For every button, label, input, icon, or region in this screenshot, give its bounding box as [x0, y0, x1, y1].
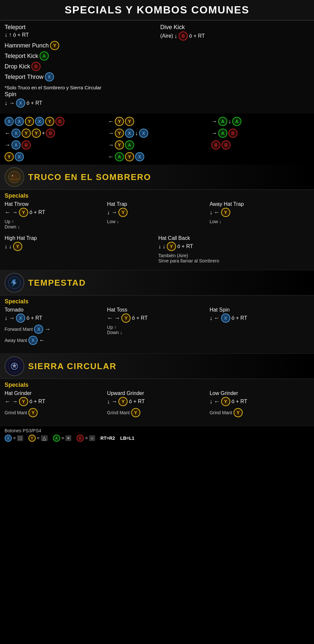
- sierra-moves-grid: Hat Grinder ← → Y ó + RT Grind Mant Y Up…: [5, 390, 309, 422]
- spin-inputs: ↓ → X ó + RT: [5, 98, 309, 108]
- btn-x: X: [11, 129, 21, 138]
- hat-throw-down: Down ↓: [5, 224, 104, 229]
- spin-arr1: ↓: [5, 100, 8, 107]
- tornado-fwd: Forward Mant X →: [5, 325, 104, 334]
- btn-b: B: [211, 140, 220, 150]
- btn-x: X: [5, 117, 14, 126]
- hat-toss-inputs: ← → Y ó + RT: [107, 313, 207, 323]
- page-header: SPECIALS Y KOMBOS COMUNES: [0, 0, 314, 21]
- btn-y: Y: [125, 117, 134, 126]
- btn-y: Y: [13, 242, 22, 251]
- btn-x: X: [139, 129, 148, 138]
- btn-y: Y: [234, 408, 243, 417]
- btn-b: B: [221, 140, 231, 150]
- hat-specials-label: Specials: [5, 192, 309, 199]
- btn-x: X: [35, 117, 44, 126]
- btn-b: B: [228, 129, 237, 138]
- btn-y: Y: [121, 313, 131, 323]
- sierra-body: Specials Hat Grinder ← → Y ó + RT Grind …: [0, 379, 314, 426]
- dive-kick-aire: (Aire): [160, 33, 173, 39]
- btn-y: Y: [221, 208, 230, 217]
- dk-arrow-down: ↓: [174, 33, 177, 40]
- sierra-circular-section: SIERRA CIRCULAR Specials Hat Grinder ← →…: [0, 354, 314, 426]
- btn-a: A: [218, 129, 227, 138]
- special-note: *Solo Truco en el Sombrero y Sierra Circ…: [5, 85, 309, 90]
- dk-or: ó + RT: [189, 33, 205, 39]
- dive-kick-move: Dive Kick (Aire) ↓ B ó + RT: [160, 24, 309, 41]
- upward-grinder-name: Upward Grinder: [107, 390, 207, 396]
- hat-call-back-inputs: ↓ ↓ Y ó + RT: [158, 242, 309, 251]
- arrow-down: ↓: [5, 31, 8, 38]
- away-hat-trap-block: Away Hat Trap ↓ ← Y Low ↓: [210, 201, 309, 229]
- btn-x-spin: X: [16, 98, 25, 108]
- hat-spin-inputs: ↓ ← X ó + RT: [210, 313, 309, 323]
- high-hat-trap-block: High Hat Trap ↓ ↓ Y: [5, 235, 156, 263]
- combo-row: X X Y X Y B: [5, 117, 103, 126]
- legend-y: Y = △: [28, 435, 48, 442]
- btn-y: Y: [221, 397, 230, 406]
- teleport-throw-row: Teleport Throw X: [5, 72, 154, 81]
- hat-call-back-block: Hat Call Back ↓ ↓ Y ó + RT También (Aire…: [158, 235, 309, 263]
- temp-specials-label: Specials: [5, 298, 309, 305]
- btn-x: X: [125, 129, 134, 138]
- dive-kick-inputs: (Aire) ↓ B ó + RT: [160, 31, 309, 41]
- btn-y: Y: [22, 129, 31, 138]
- hat-trap-inputs: ↓ → Y: [107, 208, 207, 217]
- spin-arr2: →: [9, 100, 15, 107]
- hat-toss-down: Down ↓: [107, 330, 207, 335]
- btn-y-hammer: Y: [50, 41, 59, 50]
- btn-x: X: [16, 313, 25, 323]
- combo-col-2: ← Y Y → Y X ↓ X → Y A: [108, 117, 206, 161]
- hat-trick-section: TRUCO EN EL SOMBRERO Specials Hat Throw …: [0, 165, 314, 270]
- upward-grinder-inputs: ↓ → Y ó + RT: [107, 397, 207, 406]
- btn-x: X: [15, 152, 24, 161]
- hat-trick-header: TRUCO EN EL SOMBRERO: [0, 165, 314, 190]
- legend-rt: RT=R2: [100, 436, 115, 441]
- hat-call-desc: Sirve para llamar al Sombrero: [158, 258, 309, 263]
- svg-point-3: [12, 175, 13, 176]
- btn-y: Y: [115, 129, 124, 138]
- hat-call-back-name: Hat Call Back: [158, 235, 309, 241]
- legend-x-btn: X: [5, 435, 12, 442]
- legend-y-btn: Y: [28, 435, 36, 442]
- combo-row: ← Y Y: [108, 117, 206, 126]
- btn-x: X: [11, 140, 21, 150]
- sierra-title: SIERRA CIRCULAR: [28, 361, 116, 371]
- hat-grinder-block: Hat Grinder ← → Y ó + RT Grind Mant Y: [5, 390, 104, 419]
- spin-name: Spin: [5, 91, 309, 98]
- combo-row: → Y X ↓ X: [108, 129, 206, 138]
- specials-right: Dive Kick (Aire) ↓ B ó + RT: [160, 24, 309, 83]
- drop-kick-name: Drop Kick: [5, 63, 30, 70]
- combo-section: X X Y X Y B ← X Y Y + B →: [0, 114, 314, 165]
- btn-y: Y: [28, 408, 38, 417]
- teleport-throw-name: Teleport Throw: [5, 74, 44, 80]
- legend-x: X = □: [5, 435, 23, 442]
- hat-spin-name: Hat Spin: [210, 307, 309, 313]
- specials-section: Teleport ↓ ↑ ó + RT Hamnmer Punch Y Tele…: [0, 21, 314, 114]
- page: SPECIALS Y KOMBOS COMUNES Teleport ↓ ↑ ó…: [0, 0, 314, 444]
- hat-throw-inputs: ← → Y ó + RT: [5, 208, 104, 217]
- rt-label: RT=R2: [100, 436, 115, 441]
- hammer-punch-row: Hamnmer Punch Y: [5, 41, 154, 50]
- btn-y: Y: [167, 242, 176, 251]
- teleport-kick-name: Teleport Kick: [5, 53, 38, 60]
- btn-y: Y: [131, 408, 140, 417]
- high-hat-trap-inputs: ↓ ↓ Y: [5, 242, 156, 251]
- btn-b: B: [55, 117, 64, 126]
- sierra-header: SIERRA CIRCULAR: [0, 354, 314, 379]
- tornado-block: Tornado ↓ → X ó + RT Forward Mant X → Aw…: [5, 307, 104, 347]
- tempestad-section: TEMPESTAD Specials Tornado ↓ → X ó + RT …: [0, 270, 314, 354]
- hat-toss-up: Up ↑: [107, 325, 207, 330]
- arrow-up: ↑: [9, 31, 12, 38]
- hat-grinder-inputs: ← → Y ó + RT: [5, 397, 104, 406]
- btn-x: X: [15, 117, 24, 126]
- btn-y: Y: [115, 117, 124, 126]
- upward-grinder-block: Upward Grinder ↓ → Y ó + RT Grind Mant Y: [107, 390, 207, 419]
- teleport-move: Teleport ↓ ↑ ó + RT: [5, 24, 154, 38]
- legend-a: A = ×: [53, 435, 71, 442]
- low-grinder-block: Low Grinder ↓ ← Y ó + RT Grind Mant Y: [210, 390, 309, 419]
- btn-x: X: [28, 336, 38, 345]
- hat-trap-name: Hat Trap: [107, 201, 207, 207]
- btn-y: Y: [5, 152, 14, 161]
- combo-row: ← A Y X: [108, 152, 206, 161]
